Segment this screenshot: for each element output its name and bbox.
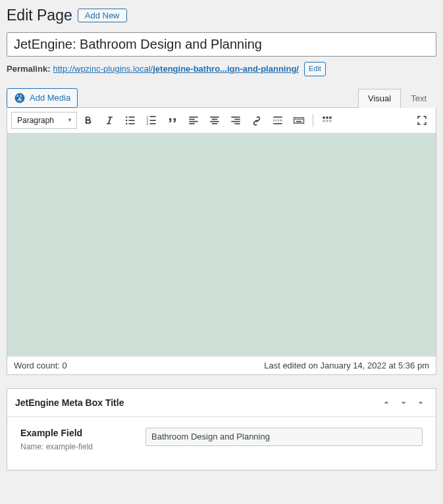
svg-point-2 xyxy=(126,120,128,122)
svg-text:3: 3 xyxy=(147,121,149,125)
svg-rect-11 xyxy=(150,123,156,124)
permalink-row: Permalink: http://wpzinc-plugins.local/j… xyxy=(7,62,436,76)
svg-rect-32 xyxy=(301,118,303,120)
svg-rect-26 xyxy=(273,123,282,124)
italic-button[interactable] xyxy=(99,111,119,130)
permalink-link[interactable]: http://wpzinc-plugins.local/jetengine-ba… xyxy=(53,64,298,74)
metabox-field-label: Example Field xyxy=(20,428,132,438)
word-count: Word count: 0 xyxy=(14,361,67,370)
page-title: Edit Page xyxy=(7,7,72,24)
svg-rect-29 xyxy=(297,118,298,120)
svg-rect-31 xyxy=(300,118,301,120)
metabox-jetengine: JetEngine Meta Box Title Example Field N… xyxy=(7,388,436,470)
svg-rect-30 xyxy=(298,118,300,120)
svg-rect-3 xyxy=(129,120,135,121)
svg-rect-28 xyxy=(295,118,296,120)
svg-rect-39 xyxy=(329,120,331,122)
link-button[interactable] xyxy=(247,111,267,130)
editor: Paragraph 123 Word count: 0 Last edited … xyxy=(7,107,436,375)
svg-rect-33 xyxy=(296,121,301,122)
align-center-button[interactable] xyxy=(205,111,224,130)
svg-rect-25 xyxy=(273,120,282,121)
move-down-button[interactable] xyxy=(396,395,411,410)
svg-rect-15 xyxy=(189,123,194,124)
svg-rect-17 xyxy=(212,118,217,120)
svg-rect-27 xyxy=(294,118,304,123)
edit-permalink-button[interactable]: Edit xyxy=(304,62,326,76)
svg-rect-5 xyxy=(129,123,135,124)
svg-rect-7 xyxy=(150,116,156,117)
editor-content-area[interactable] xyxy=(7,134,436,356)
bullet-list-button[interactable] xyxy=(120,111,140,130)
post-title-input[interactable] xyxy=(7,32,436,57)
tab-text[interactable]: Text xyxy=(401,89,436,108)
metabox-field-name: Name: example-field xyxy=(20,442,132,451)
svg-rect-19 xyxy=(212,123,217,124)
svg-point-0 xyxy=(126,116,128,118)
svg-rect-37 xyxy=(323,120,325,122)
svg-rect-35 xyxy=(326,116,328,118)
svg-rect-13 xyxy=(189,118,194,120)
svg-rect-18 xyxy=(210,121,219,122)
svg-rect-9 xyxy=(150,120,156,121)
blockquote-button[interactable] xyxy=(163,111,182,130)
toolbar-toggle-button[interactable] xyxy=(317,111,337,130)
svg-rect-38 xyxy=(326,120,328,122)
permalink-label: Permalink: xyxy=(7,64,50,74)
add-media-label: Add Media xyxy=(30,93,70,103)
add-new-button[interactable]: Add New xyxy=(78,9,127,22)
svg-rect-16 xyxy=(210,116,219,118)
fullscreen-button[interactable] xyxy=(412,111,432,130)
media-icon xyxy=(14,92,26,104)
last-edited: Last edited on January 14, 2022 at 5:36 … xyxy=(264,361,429,370)
svg-rect-34 xyxy=(323,116,325,118)
numbered-list-button[interactable]: 123 xyxy=(142,111,161,130)
svg-rect-14 xyxy=(189,121,197,122)
svg-rect-1 xyxy=(129,116,135,118)
metabox-title: JetEngine Meta Box Title xyxy=(15,397,379,408)
svg-rect-22 xyxy=(231,121,240,122)
align-right-button[interactable] xyxy=(226,111,246,130)
svg-rect-20 xyxy=(231,116,240,118)
svg-rect-12 xyxy=(189,116,197,118)
svg-rect-23 xyxy=(234,123,240,124)
toggle-panel-button[interactable] xyxy=(413,395,428,410)
read-more-button[interactable] xyxy=(268,111,288,130)
format-select[interactable]: Paragraph xyxy=(11,112,77,129)
move-up-button[interactable] xyxy=(379,395,394,410)
example-field-input[interactable] xyxy=(145,428,423,446)
align-left-button[interactable] xyxy=(184,111,203,130)
svg-point-4 xyxy=(126,123,128,125)
bold-button[interactable] xyxy=(78,111,98,130)
svg-rect-24 xyxy=(273,116,282,118)
add-media-button[interactable]: Add Media xyxy=(7,88,78,108)
svg-rect-21 xyxy=(234,118,240,120)
tab-visual[interactable]: Visual xyxy=(358,89,401,108)
keyboard-button[interactable] xyxy=(289,111,309,130)
editor-toolbar: Paragraph 123 xyxy=(7,108,436,134)
svg-rect-36 xyxy=(329,116,331,118)
